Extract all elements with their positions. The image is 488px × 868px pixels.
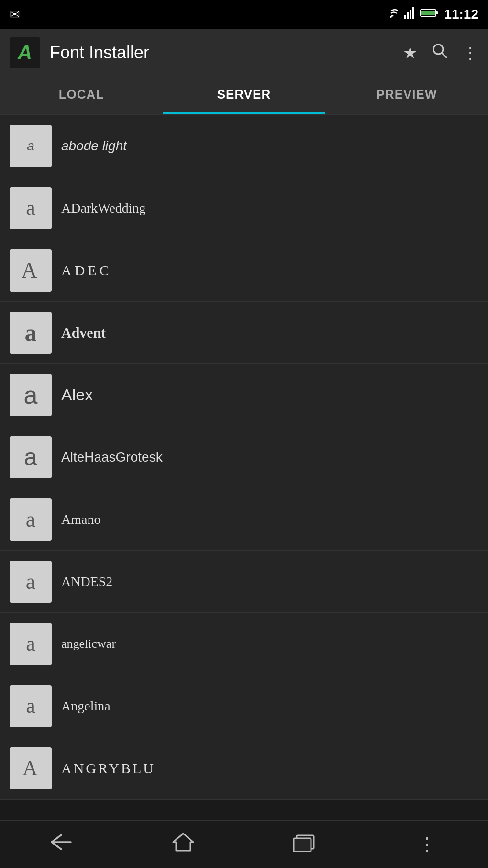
bottom-nav: ⋮: [0, 820, 488, 868]
svg-rect-6: [421, 11, 435, 15]
list-item[interactable]: a AlteHaasGrotesk: [0, 426, 488, 488]
font-name: angelicwar: [61, 637, 116, 651]
svg-point-0: [390, 16, 392, 18]
font-name: Advent: [61, 325, 106, 341]
signal-icon: [404, 7, 414, 22]
gmail-icon: ✉: [10, 7, 20, 22]
list-item[interactable]: a angelicwar: [0, 613, 488, 675]
svg-rect-4: [412, 7, 414, 19]
svg-rect-1: [404, 15, 406, 19]
font-name: abode light: [61, 138, 127, 154]
font-thumbnail: a: [10, 436, 52, 478]
back-icon: [49, 833, 73, 856]
font-name: ADarkWedding: [61, 201, 146, 216]
list-item[interactable]: a Advent: [0, 302, 488, 364]
app-header: A Font Installer ★ ⋮: [0, 29, 488, 77]
font-thumbnail: a: [10, 249, 52, 292]
font-name: Amano: [61, 512, 100, 527]
font-name: Alex: [61, 385, 93, 404]
more-nav-icon: ⋮: [418, 834, 436, 855]
svg-rect-12: [294, 838, 311, 852]
logo-letter: A: [18, 41, 32, 64]
font-thumbnail: a: [10, 374, 52, 416]
font-name: ADEC: [61, 262, 112, 279]
font-name: AlteHaasGrotesk: [61, 450, 163, 465]
font-thumbnail: a: [10, 125, 52, 167]
list-item[interactable]: a abode light: [0, 115, 488, 177]
time-display: 11:12: [444, 7, 478, 22]
svg-rect-2: [407, 12, 409, 19]
list-item[interactable]: a ANDES2: [0, 551, 488, 613]
font-name: ANDES2: [61, 574, 112, 589]
font-thumbnail: a: [10, 685, 52, 727]
font-thumbnail: a: [10, 561, 52, 603]
tab-preview[interactable]: Preview: [325, 77, 488, 114]
tabs-bar: Local Server Preview: [0, 77, 488, 115]
font-name: ANGRYBLU: [61, 760, 155, 777]
font-thumbnail: a: [10, 747, 52, 789]
font-thumbnail: a: [10, 623, 52, 665]
list-item[interactable]: a Angelina: [0, 675, 488, 737]
list-item[interactable]: a ANGRYBLU: [0, 737, 488, 800]
header-icons: ★ ⋮: [403, 43, 478, 63]
wifi-icon: [384, 7, 398, 22]
list-item[interactable]: a ADarkWedding: [0, 177, 488, 239]
home-icon: [172, 832, 194, 857]
list-item[interactable]: a Amano: [0, 488, 488, 551]
app-logo: A: [10, 37, 40, 68]
tab-local[interactable]: Local: [0, 77, 163, 114]
more-options-icon[interactable]: ⋮: [462, 43, 478, 62]
favorite-icon[interactable]: ★: [403, 43, 417, 62]
font-name: Angelina: [61, 699, 111, 714]
font-thumbnail: a: [10, 312, 52, 354]
recents-icon: [293, 833, 318, 856]
font-thumbnail: a: [10, 187, 52, 229]
list-item[interactable]: a ADEC: [0, 239, 488, 302]
font-thumbnail: a: [10, 498, 52, 541]
home-button[interactable]: [164, 830, 202, 859]
list-item[interactable]: a Alex: [0, 364, 488, 426]
svg-rect-3: [410, 10, 411, 19]
status-bar-left: ✉: [10, 7, 20, 22]
status-bar-right: 11:12: [384, 7, 478, 22]
recents-button[interactable]: [286, 830, 324, 859]
font-list: a abode light a ADarkWedding a ADEC a Ad…: [0, 115, 488, 820]
search-icon[interactable]: [432, 43, 448, 63]
more-nav-button[interactable]: ⋮: [408, 830, 446, 859]
status-bar: ✉ 11:12: [0, 0, 488, 29]
app-title: Font Installer: [50, 43, 393, 63]
svg-line-9: [442, 53, 446, 57]
battery-icon: [420, 8, 438, 21]
back-button[interactable]: [42, 830, 80, 859]
tab-server[interactable]: Server: [163, 77, 325, 114]
svg-rect-7: [436, 11, 438, 14]
